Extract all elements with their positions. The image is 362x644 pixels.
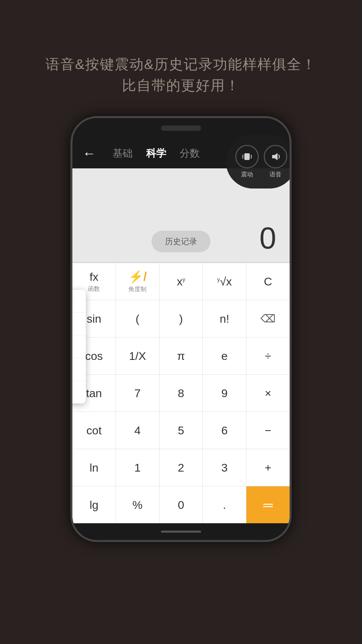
subtract-key[interactable]: − bbox=[246, 412, 290, 449]
top-navigation: ← 基础 科学 分数 震 bbox=[72, 138, 290, 168]
key-4[interactable]: 4 bbox=[116, 412, 160, 449]
inv-popup-item-cos[interactable]: cos-1 bbox=[70, 335, 86, 358]
sound-label: 语音 bbox=[269, 170, 282, 178]
calc-row-2: sin ( ) n! ⌫ bbox=[72, 300, 290, 337]
svg-marker-3 bbox=[272, 153, 278, 160]
sound-icon bbox=[264, 145, 287, 168]
back-button[interactable]: ← bbox=[82, 146, 96, 161]
key-1[interactable]: 1 bbox=[116, 449, 160, 486]
add-key[interactable]: + bbox=[246, 449, 290, 486]
vibrate-button[interactable]: 震动 bbox=[235, 145, 259, 178]
key-9[interactable]: 9 bbox=[203, 375, 246, 412]
phone-mockup: ← 基础 科学 分数 震 bbox=[70, 116, 292, 542]
icons-panel: 震动 语音 bbox=[226, 135, 292, 189]
history-button[interactable]: 历史记录 bbox=[152, 231, 210, 252]
key-2[interactable]: 2 bbox=[160, 449, 203, 486]
key-8[interactable]: 8 bbox=[160, 375, 203, 412]
fx-key[interactable]: fx 函数 fx-1 反函数 sin-1 c bbox=[72, 263, 116, 300]
clear-key[interactable]: C bbox=[246, 263, 290, 300]
power-key[interactable]: xy bbox=[160, 263, 203, 300]
percent-key[interactable]: % bbox=[116, 486, 160, 523]
key-6[interactable]: 6 bbox=[203, 412, 246, 449]
phone-bottom-bar bbox=[72, 523, 290, 540]
key-0[interactable]: 0 bbox=[160, 486, 203, 523]
display-number: 0 bbox=[259, 221, 276, 256]
calc-row-6: ln 1 2 3 + bbox=[72, 449, 290, 486]
cot-key[interactable]: cot bbox=[72, 412, 116, 449]
calc-row-7: lg % 0 . ═ bbox=[72, 486, 290, 523]
phone-speaker bbox=[161, 125, 201, 131]
key-5[interactable]: 5 bbox=[160, 412, 203, 449]
calculator-keyboard: fx 函数 fx-1 反函数 sin-1 c bbox=[72, 263, 290, 523]
close-paren-key[interactable]: ) bbox=[160, 300, 203, 337]
pi-key[interactable]: π bbox=[160, 337, 203, 374]
inv-popup-item-fx[interactable]: fx-1 反函数 bbox=[70, 290, 86, 313]
decimal-key[interactable]: . bbox=[203, 486, 246, 523]
app-screen: ← 基础 科学 分数 震 bbox=[72, 138, 290, 523]
root-key[interactable]: y√x bbox=[203, 263, 246, 300]
calc-row-1: fx 函数 fx-1 反函数 sin-1 c bbox=[72, 263, 290, 300]
tab-basic[interactable]: 基础 bbox=[113, 147, 133, 160]
tab-science[interactable]: 科学 bbox=[146, 147, 166, 160]
svg-rect-2 bbox=[251, 155, 252, 159]
equals-key[interactable]: ═ bbox=[246, 486, 290, 523]
vibrate-label: 震动 bbox=[241, 170, 253, 178]
key-7[interactable]: 7 bbox=[116, 375, 160, 412]
factorial-key[interactable]: n! bbox=[203, 300, 246, 337]
calc-row-3: cos 1/X π e ÷ bbox=[72, 337, 290, 375]
sound-button[interactable]: 语音 bbox=[264, 145, 287, 178]
key-3[interactable]: 3 bbox=[203, 449, 246, 486]
promo-text: 语音&按键震动&历史记录功能样样俱全！ 比自带的更好用！ bbox=[25, 54, 337, 96]
calc-row-4: tan 7 8 9 × bbox=[72, 375, 290, 412]
divide-key[interactable]: ÷ bbox=[246, 337, 290, 374]
e-key[interactable]: e bbox=[203, 337, 246, 374]
home-indicator bbox=[161, 531, 201, 533]
inv-popup-item-cot[interactable]: cot-1 bbox=[70, 381, 86, 404]
svg-rect-1 bbox=[242, 155, 243, 159]
ln-key[interactable]: ln bbox=[72, 449, 116, 486]
vibrate-icon bbox=[235, 145, 259, 168]
inv-popup-item-sin[interactable]: sin-1 bbox=[70, 313, 86, 335]
reciprocal-key[interactable]: 1/X bbox=[116, 337, 160, 374]
inv-popup-item-tan[interactable]: tan-1 bbox=[70, 358, 86, 381]
lg-key[interactable]: lg bbox=[72, 486, 116, 523]
open-paren-key[interactable]: ( bbox=[116, 300, 160, 337]
tab-fraction[interactable]: 分数 bbox=[180, 147, 200, 160]
angle-key[interactable]: ⚡/ 角度制 bbox=[116, 263, 160, 300]
svg-rect-0 bbox=[244, 153, 250, 160]
calc-row-5: cot 4 5 6 − bbox=[72, 412, 290, 449]
backspace-key[interactable]: ⌫ bbox=[246, 300, 290, 337]
multiply-key[interactable]: × bbox=[246, 375, 290, 412]
inverse-popup: fx-1 反函数 sin-1 cos-1 tan-1 bbox=[70, 290, 86, 404]
